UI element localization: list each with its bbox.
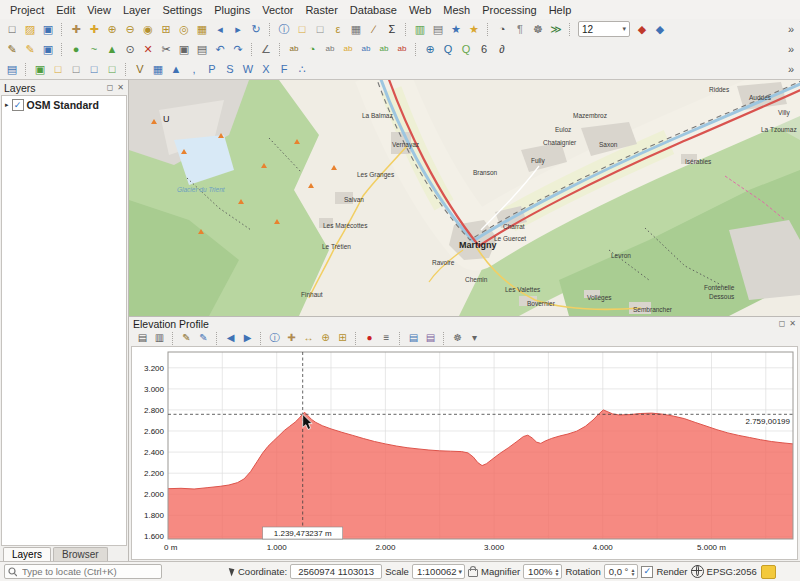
- lock-scale-icon[interactable]: [468, 569, 478, 577]
- pin-labels-icon[interactable]: ab: [321, 41, 339, 58]
- temporal-controller-icon[interactable]: ◔: [493, 21, 511, 38]
- layout-manager-icon[interactable]: ▤: [429, 21, 447, 38]
- float-panel-icon[interactable]: ◻: [107, 83, 114, 92]
- menu-mesh[interactable]: Mesh: [437, 3, 476, 17]
- capture-curve-from-feature-icon[interactable]: ✎: [195, 331, 212, 346]
- menu-settings[interactable]: Settings: [156, 3, 208, 17]
- change-label-icon[interactable]: ab: [393, 41, 411, 58]
- add-layers-icon[interactable]: ▤: [134, 331, 151, 346]
- redo-icon[interactable]: ↷: [229, 41, 247, 58]
- add-pointcloud-layer-icon[interactable]: ∴: [293, 61, 311, 78]
- rotation-spinner[interactable]: 0,0 ° ▲▼: [604, 564, 639, 579]
- undo-icon[interactable]: ↶: [211, 41, 229, 58]
- layer-labeling-icon[interactable]: ab: [285, 41, 303, 58]
- identify-features-icon[interactable]: ⓘ: [275, 21, 293, 38]
- rotate-label-icon[interactable]: ab: [375, 41, 393, 58]
- capture-curve-icon[interactable]: ✎: [178, 331, 195, 346]
- spinner-arrows-icon[interactable]: ▲▼: [630, 568, 635, 576]
- spinner-arrows-icon[interactable]: ▲▼: [554, 568, 559, 576]
- menu-project[interactable]: Project: [4, 3, 50, 17]
- show-layer-tree-icon[interactable]: ▥: [151, 331, 168, 346]
- options-dropdown-icon[interactable]: ▾: [466, 331, 483, 346]
- close-panel-icon[interactable]: ✕: [789, 319, 796, 328]
- delete-selected-icon[interactable]: ✕: [139, 41, 157, 58]
- plugin-partial-icon[interactable]: ∂: [493, 41, 511, 58]
- messages-button[interactable]: [761, 565, 776, 579]
- nudge-right-icon[interactable]: ▶: [239, 331, 256, 346]
- menu-processing[interactable]: Processing: [476, 3, 542, 17]
- plugin-button-2-icon[interactable]: ◆: [651, 21, 669, 38]
- identify-tool-icon[interactable]: ⓘ: [266, 331, 283, 346]
- add-line-feature-icon[interactable]: ~: [85, 41, 103, 58]
- add-raster-layer-icon[interactable]: ▦: [149, 61, 167, 78]
- zoom-to-selection-icon[interactable]: ◎: [175, 21, 193, 38]
- zoom-next-icon[interactable]: ▸: [229, 21, 247, 38]
- current-edits-icon[interactable]: ✎: [3, 41, 21, 58]
- snapping-toggle-icon[interactable]: ●: [361, 331, 378, 346]
- zoom-full-extent-icon[interactable]: ⊞: [334, 331, 351, 346]
- paste-features-icon[interactable]: ▤: [193, 41, 211, 58]
- cut-features-icon[interactable]: ✂: [157, 41, 175, 58]
- statistical-summary-icon[interactable]: Σ: [383, 21, 401, 38]
- quickmap-settings-icon[interactable]: Q: [457, 41, 475, 58]
- crs-globe-icon[interactable]: [691, 565, 704, 578]
- menu-edit[interactable]: Edit: [50, 3, 81, 17]
- pan-tool-icon[interactable]: ✚: [283, 331, 300, 346]
- new-virtual-layer-icon[interactable]: □: [103, 61, 121, 78]
- add-vector-layer-icon[interactable]: V: [131, 61, 149, 78]
- new-geopackage-icon[interactable]: ▣: [31, 61, 49, 78]
- options-icon[interactable]: ☸: [449, 331, 466, 346]
- add-xyz-layer-icon[interactable]: X: [257, 61, 275, 78]
- export-pdf-icon[interactable]: ▤: [405, 331, 422, 346]
- menu-raster[interactable]: Raster: [299, 3, 343, 17]
- map-canvas[interactable]: U La BalmazVernayazLes GrangesSalvanLes …: [129, 80, 800, 316]
- zoom-to-layer-icon[interactable]: ▦: [193, 21, 211, 38]
- zoom-out-icon[interactable]: ⊖: [121, 21, 139, 38]
- zoom-last-icon[interactable]: ◂: [211, 21, 229, 38]
- pan-map-icon[interactable]: ✚: [67, 21, 85, 38]
- quickmap-services-icon[interactable]: Q: [439, 41, 457, 58]
- python-console-icon[interactable]: ≫: [547, 21, 565, 38]
- measure-line-icon[interactable]: ∕: [365, 21, 383, 38]
- toggle-editing-icon[interactable]: ✎: [21, 41, 39, 58]
- open-attribute-table-icon[interactable]: ▦: [347, 21, 365, 38]
- refresh-map-icon[interactable]: ↻: [247, 21, 265, 38]
- plugin-6-icon[interactable]: 6: [475, 41, 493, 58]
- zoom-in-icon[interactable]: ⊕: [103, 21, 121, 38]
- show-bookmarks-icon[interactable]: ★: [447, 21, 465, 38]
- float-panel-icon[interactable]: ◻: [779, 319, 786, 328]
- scale-combo[interactable]: 1:100062▾: [412, 564, 465, 579]
- toolbar-overflow[interactable]: »: [786, 23, 796, 35]
- nudge-left-icon[interactable]: ◀: [222, 331, 239, 346]
- new-shapefile-icon[interactable]: □: [49, 61, 67, 78]
- metasearch-icon[interactable]: ⊕: [421, 41, 439, 58]
- menu-database[interactable]: Database: [344, 3, 403, 17]
- datasource-manager-icon[interactable]: ▤: [3, 61, 21, 78]
- crs-label[interactable]: EPSG:2056: [707, 566, 757, 577]
- select-by-expression-icon[interactable]: ε: [329, 21, 347, 38]
- pan-to-selection-icon[interactable]: ✚: [85, 21, 103, 38]
- highlight-labels-icon[interactable]: ab: [339, 41, 357, 58]
- new-spatialite-icon[interactable]: □: [67, 61, 85, 78]
- processing-toolbox-icon[interactable]: ☸: [529, 21, 547, 38]
- add-mesh-layer-icon[interactable]: ▲: [167, 61, 185, 78]
- save-layer-edits-icon[interactable]: ▣: [39, 41, 57, 58]
- project-new-icon[interactable]: □: [3, 21, 21, 38]
- menu-layer[interactable]: Layer: [117, 3, 157, 17]
- zoom-tool-icon[interactable]: ⊕: [317, 331, 334, 346]
- menu-plugins[interactable]: Plugins: [208, 3, 256, 17]
- project-open-icon[interactable]: ▨: [21, 21, 39, 38]
- zoom-x-axis-icon[interactable]: ↔: [300, 331, 317, 346]
- dock-tab-layers[interactable]: Layers: [3, 547, 51, 562]
- layer-item-osm-standard[interactable]: ▸ ✓ OSM Standard: [2, 96, 126, 113]
- layer-name[interactable]: OSM Standard: [27, 99, 99, 111]
- toolbar-overflow[interactable]: »: [786, 43, 796, 55]
- expander-icon[interactable]: ▸: [5, 101, 9, 109]
- add-wms-layer-icon[interactable]: W: [239, 61, 257, 78]
- locate-search[interactable]: [4, 564, 162, 579]
- add-delimited-text-icon[interactable]: ,: [185, 61, 203, 78]
- deselect-features-icon[interactable]: □: [311, 21, 329, 38]
- menu-web[interactable]: Web: [403, 3, 437, 17]
- zoom-native-icon[interactable]: ◉: [139, 21, 157, 38]
- locate-input[interactable]: [20, 565, 158, 578]
